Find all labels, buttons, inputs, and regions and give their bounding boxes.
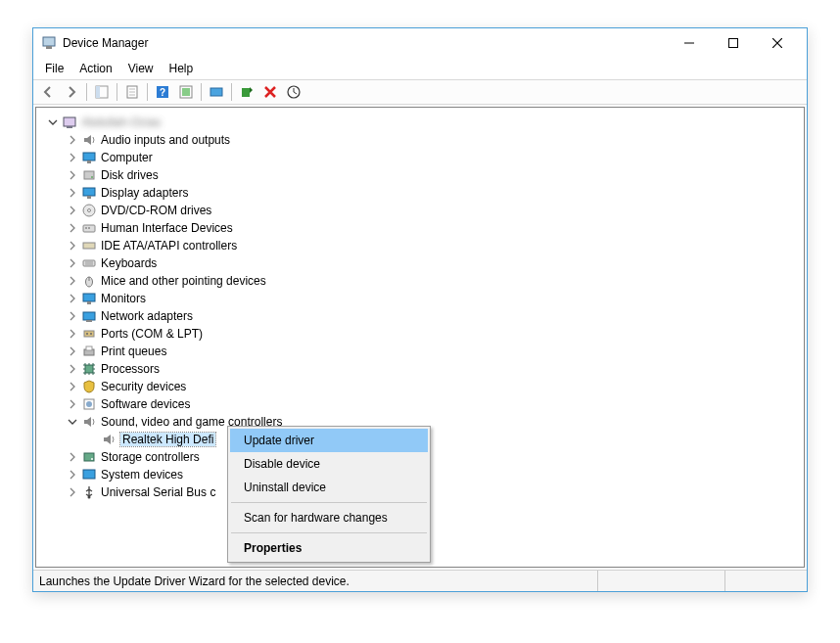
context-menu-item[interactable]: Scan for hardware changes xyxy=(230,506,428,529)
expander-closed-icon[interactable] xyxy=(66,309,79,323)
tree-node[interactable]: Monitors xyxy=(38,290,802,307)
tree-node[interactable]: IDE ATA/ATAPI controllers xyxy=(38,237,802,254)
cd-icon xyxy=(81,203,97,218)
expander-open-icon[interactable] xyxy=(66,415,79,429)
selected-node-label: Realtek High Defi xyxy=(120,433,215,446)
maximize-button[interactable] xyxy=(711,29,755,57)
context-menu-separator xyxy=(231,532,427,533)
svg-rect-19 xyxy=(83,188,95,196)
software-icon xyxy=(81,396,97,412)
monitor-icon xyxy=(81,291,97,306)
tree-node[interactable]: Keyboards xyxy=(38,254,802,272)
node-label: Security devices xyxy=(101,380,186,393)
expander-closed-icon[interactable] xyxy=(66,151,79,164)
tree-node[interactable]: Ports (COM & LPT) xyxy=(38,325,802,343)
expander-closed-icon[interactable] xyxy=(66,344,79,358)
keyboard-icon xyxy=(81,255,97,271)
root-label: Abdullah-Ocias xyxy=(81,115,161,129)
expander-closed-icon[interactable] xyxy=(66,221,79,235)
node-label: Computer xyxy=(101,151,153,164)
show-hide-tree-button[interactable] xyxy=(91,81,113,103)
tree-node[interactable]: Mice and other pointing devices xyxy=(38,272,802,290)
tree-root[interactable]: Abdullah-Ocias xyxy=(38,114,802,131)
printer-icon xyxy=(81,344,97,359)
expander-closed-icon[interactable] xyxy=(66,327,79,341)
svg-rect-43 xyxy=(83,470,95,479)
menu-help[interactable]: Help xyxy=(162,60,202,77)
enable-device-button[interactable] xyxy=(236,81,257,103)
expander-closed-icon[interactable] xyxy=(66,450,79,464)
minimize-button[interactable] xyxy=(667,29,711,57)
svg-rect-14 xyxy=(67,126,72,128)
expander-closed-icon[interactable] xyxy=(66,239,79,253)
svg-point-40 xyxy=(86,401,92,407)
svg-rect-0 xyxy=(43,37,55,46)
status-text: Launches the Update Driver Wizard for th… xyxy=(39,574,597,588)
menu-file[interactable]: File xyxy=(37,60,71,77)
expander-closed-icon[interactable] xyxy=(66,186,79,200)
node-label: Keyboards xyxy=(101,256,157,270)
properties-button[interactable] xyxy=(121,81,143,103)
expander-closed-icon[interactable] xyxy=(66,274,79,288)
menu-action[interactable]: Action xyxy=(71,60,119,77)
tree-node[interactable]: Disk drives xyxy=(38,166,802,184)
expander-closed-icon[interactable] xyxy=(66,485,79,499)
toolbar-separator xyxy=(201,83,202,101)
expander-open-icon[interactable] xyxy=(46,115,60,129)
tree-node[interactable]: Network adapters xyxy=(38,307,802,325)
expander-closed-icon[interactable] xyxy=(66,468,79,482)
uninstall-device-button[interactable] xyxy=(259,81,281,103)
context-menu-item[interactable]: Disable device xyxy=(230,452,428,476)
svg-rect-13 xyxy=(64,117,75,126)
expander-closed-icon[interactable] xyxy=(66,380,79,393)
context-menu-item[interactable]: Properties xyxy=(230,536,428,560)
expander-closed-icon[interactable] xyxy=(66,256,79,270)
back-button[interactable] xyxy=(37,81,59,103)
tree-node[interactable]: Processors xyxy=(38,360,802,378)
context-menu-item[interactable]: Uninstall device xyxy=(230,476,428,499)
tree-node[interactable]: Computer xyxy=(38,149,802,166)
expander-closed-icon[interactable] xyxy=(66,362,79,376)
tree-node[interactable]: Security devices xyxy=(38,378,802,395)
expander-closed-icon[interactable] xyxy=(66,204,79,217)
monitor-icon xyxy=(81,150,97,165)
expander-closed-icon[interactable] xyxy=(66,397,79,411)
tree-node[interactable]: Software devices xyxy=(38,395,802,413)
context-menu-item[interactable]: Update driver xyxy=(230,429,428,452)
svg-rect-11 xyxy=(242,88,250,97)
computer-icon xyxy=(62,115,77,130)
tree-node[interactable]: Audio inputs and outputs xyxy=(38,131,802,149)
cpu-icon xyxy=(81,361,97,377)
status-cell xyxy=(724,571,801,591)
toolbar-separator xyxy=(231,83,232,101)
svg-point-18 xyxy=(91,176,93,178)
expander-closed-icon[interactable] xyxy=(66,168,79,182)
node-label: Monitors xyxy=(101,292,146,305)
svg-rect-20 xyxy=(87,196,91,199)
forward-button[interactable] xyxy=(61,81,82,103)
help-button[interactable]: ? xyxy=(152,81,173,103)
svg-point-34 xyxy=(86,333,88,335)
app-icon xyxy=(41,35,57,51)
svg-rect-33 xyxy=(84,331,94,337)
device-tree-panel: Abdullah-OciasAudio inputs and outputsCo… xyxy=(35,107,805,568)
menu-view[interactable]: View xyxy=(120,60,162,77)
tree-node[interactable]: Human Interface Devices xyxy=(38,219,802,237)
expander-closed-icon[interactable] xyxy=(66,133,79,147)
tree-node[interactable]: DVD/CD-ROM drives xyxy=(38,202,802,219)
svg-point-35 xyxy=(90,333,92,335)
network-icon xyxy=(81,308,97,324)
speaker-icon xyxy=(81,414,97,430)
toolbar-separator xyxy=(147,83,148,101)
action-button[interactable] xyxy=(175,81,197,103)
tree-node[interactable]: Display adapters xyxy=(38,184,802,202)
expander-closed-icon[interactable] xyxy=(66,292,79,305)
svg-rect-4 xyxy=(96,86,100,98)
svg-point-24 xyxy=(85,227,87,229)
svg-rect-2 xyxy=(728,39,737,48)
tree-node[interactable]: Print queues xyxy=(38,343,802,360)
scan-hardware-button[interactable] xyxy=(283,81,304,103)
device-manager-window: Device Manager File Action View Help xyxy=(32,27,808,592)
close-button[interactable] xyxy=(755,29,799,57)
update-driver-button[interactable] xyxy=(206,81,227,103)
